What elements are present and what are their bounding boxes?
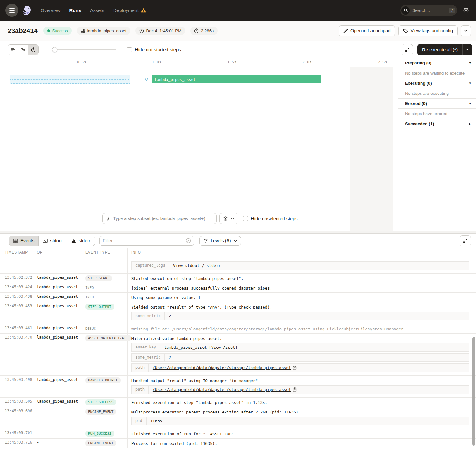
metadata-value: /Users/alangenfeld/data/dagster/storage/… — [149, 364, 301, 372]
gantt-step-bar[interactable]: lambda_pipes_asset — [152, 75, 321, 83]
log-table-row[interactable]: 13:45:03.716 - ENGINE_EVENT Process for … — [0, 439, 476, 448]
reexecute-all-button[interactable]: Re-execute all (*) — [417, 44, 462, 55]
log-table-row[interactable]: captured_logsView stdout / stderr — [0, 257, 476, 274]
step-waiting-region — [10, 75, 130, 84]
clipboard-icon[interactable] — [293, 366, 297, 370]
clear-filter-icon[interactable] — [186, 238, 191, 243]
status-section-header[interactable]: Succeeded (1) ▸ — [398, 119, 476, 129]
event-type-badge: HANDLED_OUTPUT — [85, 377, 121, 383]
expand-gantt-button[interactable] — [402, 44, 413, 55]
log-timestamp: 13:45:03.505 — [0, 398, 33, 407]
hide-unselected-label: Hide unselected steps — [251, 216, 298, 221]
nav-item-overview[interactable]: Overview — [41, 8, 61, 13]
log-table-row[interactable]: 13:45:03.438 lambda_pipes_asset INFO Usi… — [0, 293, 476, 302]
log-info: Yielded output "result" of type "Any". (… — [128, 302, 476, 324]
expand-logs-button[interactable] — [460, 235, 471, 246]
metadata-path-link[interactable]: /Users/alangenfeld/data/dagster/storage/… — [153, 387, 291, 392]
timed-view-button[interactable] — [28, 45, 38, 55]
open-in-launchpad-button[interactable]: Open in Launchpad — [339, 25, 395, 36]
log-table-row[interactable]: 13:45:03.505 lambda_pipes_asset STEP_SUC… — [0, 398, 476, 407]
nav-item-label: Assets — [90, 8, 104, 13]
metadata-value: lambda_pipes_asset[View Asset] — [160, 343, 241, 351]
hide-not-started-label: Hide not started steps — [135, 47, 181, 52]
log-op: lambda_pipes_asset — [33, 274, 82, 283]
metadata-entry: some_metric2 — [131, 312, 469, 320]
log-info-text: Yielded output "result" of type "Any". (… — [131, 304, 473, 309]
status-section-header[interactable]: Preparing (0) ▾ — [398, 58, 476, 68]
log-op: - — [33, 429, 82, 438]
step-start-marker-icon — [145, 78, 148, 81]
run-more-actions-button[interactable] — [461, 25, 471, 36]
status-section-title: Preparing (0) — [405, 61, 431, 65]
hamburger-menu-button[interactable] — [5, 4, 18, 17]
clock-icon — [139, 29, 144, 33]
step-subset-input[interactable] — [113, 216, 213, 221]
log-filter-input[interactable] — [103, 238, 186, 243]
log-table-row[interactable]: 13:45:03.424 lambda_pipes_asset INFO [pi… — [0, 283, 476, 293]
levels-filter-button[interactable]: Levels (6) — [199, 236, 241, 246]
step-graph-icon — [106, 216, 111, 221]
global-search[interactable]: / — [400, 5, 457, 16]
log-filter-box[interactable] — [99, 236, 194, 246]
step-subset-inputbox[interactable] — [102, 213, 217, 224]
log-info-text: Multiprocess executor: parent process ex… — [131, 409, 473, 414]
zoom-slider-handle[interactable] — [52, 47, 57, 52]
nav-item-assets[interactable]: Assets — [90, 8, 104, 13]
hide-not-started-toggle[interactable]: Hide not started steps — [127, 47, 181, 52]
gantt-view-toggle — [8, 44, 39, 55]
nav-item-deployment[interactable]: Deployment — [113, 8, 146, 13]
log-table-row[interactable]: 13:45:03.696 - ENGINE_EVENT Multiprocess… — [0, 407, 476, 429]
zoom-slider[interactable] — [53, 49, 116, 50]
metadata-key: captured_logs — [132, 262, 169, 270]
layers-icon — [223, 216, 228, 221]
metadata-path-link[interactable]: /Users/alangenfeld/data/dagster/storage/… — [153, 365, 291, 370]
log-tab-stdout[interactable]: stdout — [39, 236, 67, 246]
metadata-entry: captured_logsView stdout / stderr — [131, 261, 469, 270]
run-header: 23ab2414 Success lambda_pipes_asset Dec … — [0, 21, 476, 41]
status-badge: Success — [43, 27, 72, 35]
hide-unselected-toggle[interactable]: Hide unselected steps — [243, 216, 298, 221]
log-info: Multiprocess executor: parent process ex… — [128, 407, 476, 429]
graph-query-toggle-button[interactable] — [219, 213, 238, 224]
status-section-header[interactable]: Errored (0) ▾ — [398, 99, 476, 109]
log-info: Materialized value lambda_pipes_asset.as… — [128, 334, 476, 375]
log-table-row[interactable]: 13:45:03.701 - RUN_SUCCESS Finished exec… — [0, 429, 476, 439]
flat-view-icon — [10, 48, 15, 52]
gantt-chart: 0.5s1.0s1.5s2.0s2.5s lambda_pipes_asset … — [0, 58, 398, 231]
panel-splitter[interactable] — [0, 231, 476, 234]
log-info-text: Writing file at: /Users/alangenfeld/data… — [131, 326, 473, 331]
log-table-row[interactable]: 13:45:03.470 lambda_pipes_asset ASSET_MA… — [0, 334, 476, 376]
view-asset-link[interactable]: View Asset — [211, 345, 235, 350]
nav-item-runs[interactable]: Runs — [69, 8, 82, 13]
view-tags-config-button[interactable]: View tags and config — [398, 25, 458, 36]
log-tab-stderr[interactable]: stderr — [67, 236, 95, 246]
log-table-row[interactable]: 13:45:03.453 lambda_pipes_asset STEP_OUT… — [0, 302, 476, 324]
pencil-icon — [343, 29, 348, 33]
log-tab-label: Events — [20, 238, 34, 243]
log-tab-events[interactable]: Events — [9, 236, 39, 246]
log-table-row[interactable]: 13:45:03.461 lambda_pipes_asset DEBUG Wr… — [0, 324, 476, 334]
flat-view-button[interactable] — [8, 45, 18, 55]
duration-label: 2.286s — [201, 29, 214, 33]
log-table-row[interactable]: 13:45:03.498 lambda_pipes_asset HANDLED_… — [0, 376, 476, 398]
search-input[interactable] — [410, 8, 449, 13]
status-section-header[interactable]: Executing (0) ▾ — [398, 78, 476, 88]
hide-unselected-checkbox[interactable] — [243, 216, 248, 221]
event-type-badge: ENGINE_EVENT — [85, 440, 116, 446]
stopwatch-icon — [194, 28, 199, 33]
log-metadata: some_metric2 — [131, 312, 473, 320]
log-scrollbar-thumb[interactable] — [472, 337, 475, 446]
reexecute-options-button[interactable] — [462, 44, 472, 55]
waterfall-view-button[interactable] — [18, 45, 28, 55]
metadata-value: 2 — [165, 354, 175, 361]
metadata-entry: path/Users/alangenfeld/data/dagster/stor… — [131, 363, 469, 372]
clipboard-icon[interactable] — [293, 387, 297, 392]
gear-icon[interactable] — [463, 7, 469, 13]
dagster-logo[interactable] — [20, 4, 33, 17]
hide-not-started-checkbox[interactable] — [127, 47, 132, 52]
asset-tag-chip[interactable]: lambda_pipes_asset — [77, 27, 130, 35]
status-section-body: No steps are waiting to execute — [398, 68, 476, 78]
log-table-row[interactable]: 13:45:02.372 lambda_pipes_asset STEP_STA… — [0, 274, 476, 283]
status-section-title: Errored (0) — [405, 101, 427, 106]
duration-chip: 2.286s — [190, 27, 218, 35]
